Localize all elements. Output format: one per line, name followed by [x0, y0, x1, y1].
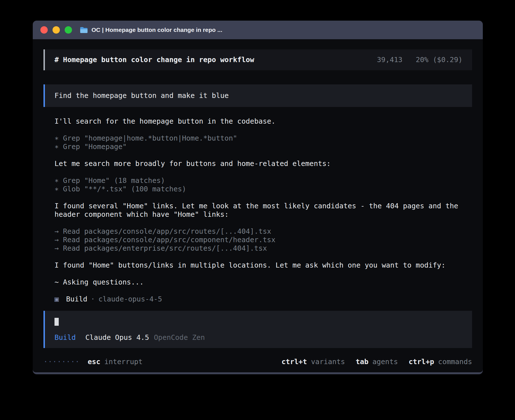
assistant-paragraph: I'll search for the homepage button in t…: [54, 117, 472, 126]
shortcut-label: variants: [311, 358, 345, 366]
session-header: # Homepage button color change in repo w…: [43, 49, 472, 70]
tool-call-text: Grep "homepage|home.*button|Home.*button…: [63, 134, 237, 142]
tool-call: ∗Grep "Homepage": [54, 143, 472, 151]
assistant-text: I found "Home" buttons/links in multiple…: [54, 261, 472, 270]
session-title: # Homepage button color change in repo w…: [54, 56, 254, 64]
assistant-paragraph: I found several "Home" links. Let me loo…: [54, 202, 472, 219]
read-arrow-icon: →: [54, 236, 59, 244]
esc-key-label: interrupt: [104, 358, 143, 366]
titlebar-title-group: OC | Homepage button color change in rep…: [80, 27, 222, 33]
session-stats: 39,413 20% ($0.29): [377, 56, 462, 64]
tool-bullet-icon: ∗: [54, 176, 59, 185]
close-button[interactable]: [40, 26, 48, 34]
file-read-text: Read packages/enterprise/src/routes/[...…: [63, 244, 267, 252]
tool-bullet-icon: ∗: [54, 185, 59, 193]
status-bar-left: ········ esc interrupt: [43, 358, 143, 366]
tool-call-text: Glob "**/*.tsx" (100 matches): [63, 185, 186, 193]
conversation: I'll search for the homepage button in t…: [43, 117, 472, 303]
assistant-text: I'll search for the homepage button in t…: [54, 117, 472, 126]
shortcut-variants: ctrl+tvariants: [281, 358, 345, 366]
file-read-text: Read packages/console/app/src/component/…: [63, 236, 276, 244]
user-message: Find the homepage button and make it blu…: [43, 84, 472, 107]
file-read-text: Read packages/console/app/src/routes/[..…: [63, 227, 271, 235]
activity-status-text: ~ Asking questions...: [54, 278, 472, 286]
tool-call: ∗Glob "**/*.tsx" (100 matches): [54, 185, 472, 193]
assistant-text: Let me search more broadly for buttons a…: [54, 159, 472, 168]
shortcut-agents: tabagents: [356, 358, 398, 366]
tool-bullet-icon: ∗: [54, 134, 59, 142]
shortcut-key: tab: [356, 358, 368, 366]
shortcut-label: commands: [438, 358, 472, 366]
agent-mode-label: Build: [54, 333, 76, 342]
agent-mode: Build: [66, 295, 87, 303]
provider-label: OpenCode Zen: [154, 333, 205, 342]
status-bar: ········ esc interrupt ctrl+tvariants ta…: [43, 358, 472, 366]
tool-call-group: ∗Grep "Home" (18 matches) ∗Glob "**/*.ts…: [54, 176, 472, 193]
activity-status: ~ Asking questions...: [54, 278, 472, 286]
prompt-input-footer: Build Claude Opus 4.5 OpenCode Zen: [54, 333, 462, 342]
assistant-paragraph: Let me search more broadly for buttons a…: [54, 159, 472, 168]
tool-call-text: Grep "Homepage": [63, 143, 127, 151]
tool-call-group: →Read packages/console/app/src/routes/[.…: [54, 227, 472, 253]
tool-call: ∗Grep "homepage|home.*button|Home.*butto…: [54, 134, 472, 143]
esc-key-hint: esc: [88, 358, 100, 366]
tool-call: ∗Grep "Home" (18 matches): [54, 176, 472, 185]
agent-square-icon: ▣: [54, 295, 59, 303]
traffic-lights: [40, 26, 72, 34]
folder-icon: [80, 27, 88, 33]
read-arrow-icon: →: [54, 227, 59, 235]
user-message-text: Find the homepage button and make it blu…: [54, 91, 229, 100]
tool-call-text: Grep "Home" (18 matches): [63, 176, 165, 185]
minimize-button[interactable]: [53, 26, 60, 34]
spinner-dots: ········: [43, 358, 80, 366]
window-titlebar[interactable]: OC | Homepage button color change in rep…: [33, 21, 483, 39]
status-bar-right: ctrl+tvariants tabagents ctrl+pcommands: [281, 358, 472, 366]
terminal-window: OC | Homepage button color change in rep…: [33, 21, 483, 374]
file-read: →Read packages/console/app/src/routes/[.…: [54, 227, 472, 236]
tool-bullet-icon: ∗: [54, 143, 59, 151]
zoom-button[interactable]: [65, 26, 72, 34]
separator-dot: ·: [91, 295, 95, 303]
assistant-text: I found several "Home" links. Let me loo…: [54, 202, 472, 219]
file-read: →Read packages/enterprise/src/routes/[..…: [54, 244, 472, 253]
token-count: 39,413: [377, 56, 402, 64]
text-cursor: [54, 318, 59, 326]
shortcut-key: ctrl+t: [281, 358, 307, 366]
prompt-input-line[interactable]: [54, 318, 462, 326]
context-usage: 20% ($0.29): [416, 56, 462, 64]
file-read: →Read packages/console/app/src/component…: [54, 236, 472, 244]
read-arrow-icon: →: [54, 244, 59, 252]
agent-status-line: ▣Build·claude-opus-4-5: [54, 295, 472, 303]
window-title: OC | Homepage button color change in rep…: [91, 27, 222, 33]
assistant-paragraph: I found "Home" buttons/links in multiple…: [54, 261, 472, 270]
terminal-content: # Homepage button color change in repo w…: [33, 39, 483, 372]
prompt-input[interactable]: Build Claude Opus 4.5 OpenCode Zen: [43, 311, 472, 348]
shortcut-label: agents: [372, 358, 398, 366]
shortcut-key: ctrl+p: [409, 358, 434, 366]
agent-model: claude-opus-4-5: [98, 295, 162, 303]
model-name-label: Claude Opus 4.5: [85, 333, 149, 342]
tool-call-group: ∗Grep "homepage|home.*button|Home.*butto…: [54, 134, 472, 151]
shortcut-commands: ctrl+pcommands: [409, 358, 472, 366]
